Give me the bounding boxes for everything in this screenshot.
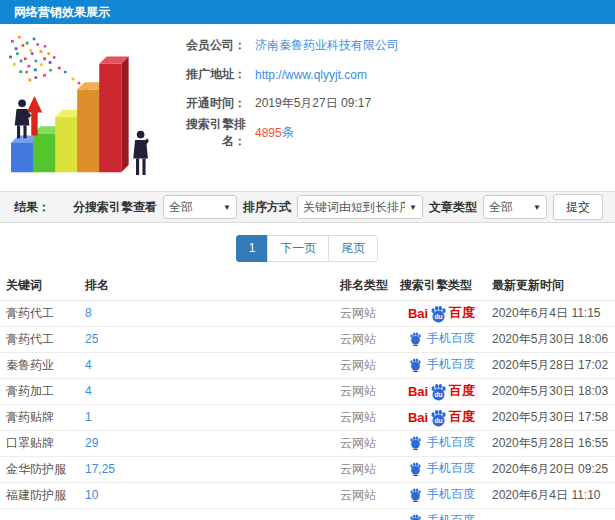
last-page-button[interactable]: 尾页	[328, 235, 378, 262]
rank-type-cell: 云网站	[340, 462, 376, 476]
baidu-paw-icon: du	[429, 304, 448, 323]
article-type-value: 全部	[489, 199, 529, 216]
table-row: 膏药代工 8 云网站 Bai du 百度	[0, 300, 615, 326]
keyword-cell: 金华防护服	[6, 462, 66, 476]
baidu-pc-logo-icon: Bai du 百度	[408, 408, 475, 427]
rank-link[interactable]: 17,25	[85, 462, 115, 476]
table-row: 口罩贴牌 29 云网站 Bai du 百度	[0, 430, 615, 456]
filter-bar: 结果： 分搜索引擎查看 全部 ▼ 排序方式 关键词由短到长排序 ▼ 文章类型 全…	[0, 191, 615, 223]
article-type-label: 文章类型	[429, 199, 477, 216]
rank-type-cell: 云网站	[340, 488, 376, 502]
rank-type-cell: 云网站	[340, 332, 376, 346]
header-keyword: 关键词	[0, 272, 80, 300]
keyword-cell: 膏药加工	[6, 384, 54, 398]
member-info-row: 推广地址： http://www.qlyyjt.com	[170, 60, 615, 89]
rank-link[interactable]: 25	[85, 332, 98, 346]
chevron-down-icon: ▼	[409, 203, 417, 212]
sort-select-value: 关键词由短到长排序	[303, 199, 405, 216]
submit-button[interactable]: 提交	[553, 194, 603, 220]
table-header-row: 关键词 排名 排名类型 搜索引擎类型 最新更新时间	[0, 272, 615, 300]
baidu-mobile-badge: 手机百度	[408, 486, 475, 503]
hero-section: 会员公司： 济南秦鲁药业科技有限公司 推广地址： http://www.qlyy…	[0, 24, 615, 191]
info-value: 4895	[255, 126, 282, 140]
baidu-mobile-badge: 手机百度	[408, 512, 475, 520]
baidu-paw-icon: du	[429, 382, 448, 401]
header-updated: 最新更新时间	[488, 272, 615, 300]
results-table-body: 膏药代工 8 云网站 Bai du 百度	[0, 300, 615, 520]
info-label: 搜索引擎排名：	[170, 116, 246, 150]
rank-link[interactable]: 4	[85, 384, 92, 398]
rank-link[interactable]: 8	[85, 306, 92, 320]
info-suffix: 条	[282, 124, 294, 141]
member-info-row: 搜索引擎排名： 4895 条	[170, 118, 615, 147]
results-table: 关键词 排名 排名类型 搜索引擎类型 最新更新时间 膏药代工 8 云网站 Bai…	[0, 272, 615, 520]
engine-select[interactable]: 全部 ▼	[163, 195, 237, 219]
member-info-row: 开通时间： 2019年5月27日 09:17	[170, 89, 615, 118]
table-row: 福建防护服 10 云网站 Bai du 百度	[0, 482, 615, 508]
engine-select-value: 全部	[169, 199, 219, 216]
svg-text:du: du	[435, 391, 443, 398]
table-row: 秦鲁药业 4 云网站 Bai du 百度	[0, 352, 615, 378]
baidu-pc-logo-icon: Bai du 百度	[408, 382, 475, 401]
rank-type-cell: 云网站	[340, 306, 376, 320]
article-type-select[interactable]: 全部 ▼	[483, 195, 547, 219]
updated-cell: 2020年5月30日 18:06	[492, 332, 608, 346]
table-row: 膏药贴牌 1 云网站 Bai du 百度	[0, 404, 615, 430]
header-rank-type: 排名类型	[335, 272, 395, 300]
updated-cell: 2020年6月4日 11:15	[492, 306, 601, 320]
svg-text:du: du	[435, 313, 443, 320]
baidu-mobile-paw-icon	[408, 435, 423, 450]
header-rank: 排名	[80, 272, 335, 300]
baidu-mobile-paw-icon	[408, 357, 423, 372]
table-row: Bai du 百度	[0, 508, 615, 520]
info-label: 会员公司：	[170, 37, 246, 54]
keyword-cell: 膏药代工	[6, 306, 54, 320]
rank-type-cell: 云网站	[340, 358, 376, 372]
rank-link[interactable]: 10	[85, 488, 98, 502]
baidu-mobile-paw-icon	[408, 513, 423, 520]
updated-cell: 2020年5月30日 17:58	[492, 410, 608, 424]
keyword-cell: 膏药代工	[6, 332, 54, 346]
info-label: 开通时间：	[170, 95, 246, 112]
baidu-mobile-paw-icon	[408, 461, 423, 476]
baidu-mobile-badge: 手机百度	[408, 330, 475, 347]
bar-chart-illustration-icon	[0, 24, 170, 191]
baidu-mobile-badge: 手机百度	[408, 356, 475, 373]
baidu-mobile-badge: 手机百度	[408, 460, 475, 477]
info-label: 推广地址：	[170, 66, 246, 83]
chevron-down-icon: ▼	[533, 203, 541, 212]
baidu-mobile-paw-icon	[408, 487, 423, 502]
marketing-illustration	[0, 24, 170, 191]
pagination-zone: 1 下一页 尾页	[0, 223, 615, 272]
header-engine-type: 搜索引擎类型	[395, 272, 488, 300]
member-info-row: 会员公司： 济南秦鲁药业科技有限公司	[170, 31, 615, 60]
info-value: 济南秦鲁药业科技有限公司	[255, 37, 399, 54]
updated-cell: 2020年6月4日 11:10	[492, 488, 601, 502]
svg-text:du: du	[435, 417, 443, 424]
keyword-cell: 膏药贴牌	[6, 410, 54, 424]
businessman-left	[15, 100, 32, 139]
keyword-cell: 福建防护服	[6, 488, 66, 502]
rank-type-cell: 云网站	[340, 384, 376, 398]
baidu-mobile-paw-icon	[408, 331, 423, 346]
info-value: http://www.qlyyjt.com	[255, 68, 367, 82]
rank-link[interactable]: 1	[85, 410, 92, 424]
pagination: 1 下一页 尾页	[237, 235, 379, 262]
page-1-button[interactable]: 1	[236, 235, 269, 262]
sort-select[interactable]: 关键词由短到长排序 ▼	[297, 195, 423, 219]
updated-cell: 2020年5月30日 18:03	[492, 384, 608, 398]
baidu-mobile-badge: 手机百度	[408, 434, 475, 451]
next-page-button[interactable]: 下一页	[267, 235, 329, 262]
keyword-cell: 口罩贴牌	[6, 436, 54, 450]
info-value: 2019年5月27日 09:17	[255, 95, 371, 112]
businessman-right	[133, 131, 149, 175]
result-label: 结果：	[14, 199, 50, 216]
rank-type-cell: 云网站	[340, 436, 376, 450]
engine-filter-label: 分搜索引擎查看	[73, 199, 157, 216]
updated-cell: 2020年6月20日 09:25	[492, 462, 608, 476]
baidu-pc-logo-icon: Bai du 百度	[408, 304, 475, 323]
rank-link[interactable]: 4	[85, 358, 92, 372]
rank-type-cell: 云网站	[340, 410, 376, 424]
rank-link[interactable]: 29	[85, 436, 98, 450]
keyword-cell: 秦鲁药业	[6, 358, 54, 372]
